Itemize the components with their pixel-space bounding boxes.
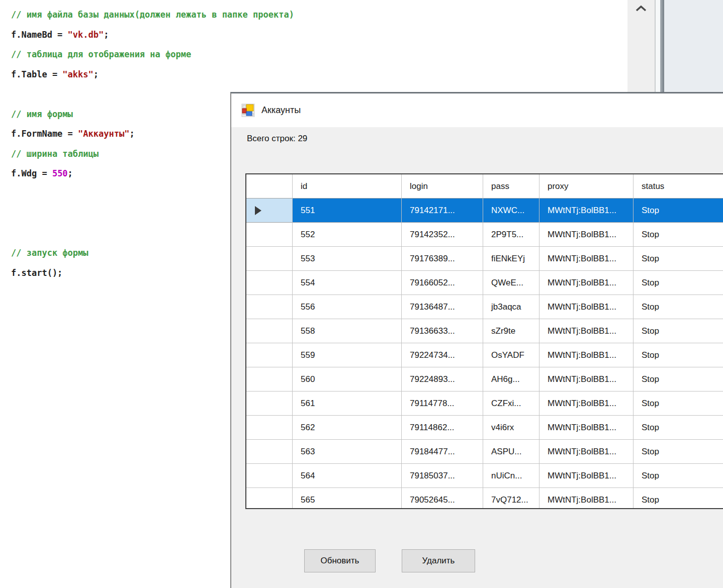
row-header-cell[interactable]	[246, 199, 293, 223]
row-header-cell[interactable]	[246, 247, 293, 271]
table-cell-login[interactable]: 79166052...	[402, 271, 483, 295]
table-cell-status[interactable]: Stop	[634, 271, 723, 295]
table-cell-login[interactable]: 79176389...	[402, 247, 483, 271]
table-row[interactable]: 55179142171...NXWC...MWtNTj:BolBB1...Sto…	[246, 199, 723, 223]
table-cell-proxy[interactable]: MWtNTj:BolBB1...	[539, 464, 634, 488]
column-header-pass[interactable]: pass	[483, 174, 539, 199]
table-cell-pass[interactable]: AH6g...	[483, 367, 539, 391]
column-header-proxy[interactable]: proxy	[539, 174, 634, 199]
table-cell-pass[interactable]: OsYADF	[483, 343, 539, 367]
delete-button[interactable]: Удалить	[402, 549, 475, 572]
table-cell-status[interactable]: Stop	[634, 440, 723, 464]
scroll-up-button[interactable]	[627, 2, 655, 15]
table-cell-login[interactable]: 79114778...	[402, 391, 483, 416]
table-row[interactable]: 56379184477...ASPU...MWtNTj:BolBB1...Sto…	[246, 440, 723, 464]
table-cell-status[interactable]: Stop	[634, 416, 723, 440]
table-cell-status[interactable]: Stop	[634, 464, 723, 488]
table-cell-proxy[interactable]: MWtNTj:BolBB1...	[539, 319, 634, 343]
table-cell-proxy[interactable]: MWtNTj:BolBB1...	[539, 488, 634, 509]
table-row[interactable]: 55979224734...OsYADFMWtNTj:BolBB1...Stop	[246, 343, 723, 367]
table-cell-status[interactable]: Stop	[634, 391, 723, 416]
table-cell-pass[interactable]: CZFxi...	[483, 391, 539, 416]
table-cell-status[interactable]: Stop	[634, 247, 723, 271]
table-row[interactable]: 55279142352...2P9T5...MWtNTj:BolBB1...St…	[246, 223, 723, 247]
table-cell-proxy[interactable]: MWtNTj:BolBB1...	[539, 440, 634, 464]
table-cell-login[interactable]: 79185037...	[402, 464, 483, 488]
table-cell-status[interactable]: Stop	[634, 367, 723, 391]
table-cell-login[interactable]: 79136633...	[402, 319, 483, 343]
table-row[interactable]: 56479185037...nUiCn...MWtNTj:BolBB1...St…	[246, 464, 723, 488]
table-cell-pass[interactable]: NXWC...	[483, 199, 539, 223]
table-cell-status[interactable]: Stop	[634, 488, 723, 509]
table-cell-login[interactable]: 79052645...	[402, 488, 483, 509]
row-header-cell[interactable]	[246, 440, 293, 464]
column-header-status[interactable]: status	[634, 174, 723, 199]
table-cell-status[interactable]: Stop	[634, 295, 723, 319]
row-header-cell[interactable]	[246, 319, 293, 343]
table-row[interactable]: 55879136633...sZr9teMWtNTj:BolBB1...Stop	[246, 319, 723, 343]
table-cell-proxy[interactable]: MWtNTj:BolBB1...	[539, 295, 634, 319]
column-header-id[interactable]: id	[293, 174, 402, 199]
table-cell-proxy[interactable]: MWtNTj:BolBB1...	[539, 343, 634, 367]
table-cell-id[interactable]: 563	[293, 440, 402, 464]
table-cell-id[interactable]: 551	[293, 199, 402, 223]
table-row[interactable]: 56579052645...7vQ712...MWtNTj:BolBB1...S…	[246, 488, 723, 509]
table-cell-login[interactable]: 79142352...	[402, 223, 483, 247]
table-cell-id[interactable]: 558	[293, 319, 402, 343]
table-cell-id[interactable]: 553	[293, 247, 402, 271]
table-cell-pass[interactable]: nUiCn...	[483, 464, 539, 488]
table-cell-proxy[interactable]: MWtNTj:BolBB1...	[539, 391, 634, 416]
table-cell-login[interactable]: 79136487...	[402, 295, 483, 319]
table-cell-pass[interactable]: ASPU...	[483, 440, 539, 464]
table-cell-status[interactable]: Stop	[634, 199, 723, 223]
table-cell-status[interactable]: Stop	[634, 343, 723, 367]
table-cell-id[interactable]: 561	[293, 391, 402, 416]
row-header-cell[interactable]	[246, 223, 293, 247]
table-cell-proxy[interactable]: MWtNTj:BolBB1...	[539, 271, 634, 295]
table-cell-proxy[interactable]: MWtNTj:BolBB1...	[539, 223, 634, 247]
table-cell-login[interactable]: 79142171...	[402, 199, 483, 223]
table-cell-status[interactable]: Stop	[634, 223, 723, 247]
table-cell-proxy[interactable]: MWtNTj:BolBB1...	[539, 416, 634, 440]
row-header-cell[interactable]	[246, 416, 293, 440]
table-cell-id[interactable]: 552	[293, 223, 402, 247]
table-cell-id[interactable]: 559	[293, 343, 402, 367]
row-header-cell[interactable]	[246, 367, 293, 391]
accounts-table[interactable]: idloginpassproxystatus55179142171...NXWC…	[245, 173, 723, 509]
table-cell-proxy[interactable]: MWtNTj:BolBB1...	[539, 247, 634, 271]
table-row[interactable]: 55479166052...QWeE...MWtNTj:BolBB1...Sto…	[246, 271, 723, 295]
column-header-login[interactable]: login	[402, 174, 483, 199]
table-cell-pass[interactable]: v4i6rx	[483, 416, 539, 440]
table-cell-id[interactable]: 560	[293, 367, 402, 391]
table-cell-pass[interactable]: 2P9T5...	[483, 223, 539, 247]
table-cell-proxy[interactable]: MWtNTj:BolBB1...	[539, 199, 634, 223]
table-cell-pass[interactable]: jb3aqca	[483, 295, 539, 319]
table-cell-proxy[interactable]: MWtNTj:BolBB1...	[539, 367, 634, 391]
table-row[interactable]: 55379176389...fiENkEYjMWtNTj:BolBB1...St…	[246, 247, 723, 271]
table-cell-pass[interactable]: 7vQ712...	[483, 488, 539, 509]
dialog-titlebar[interactable]: Аккаунты	[231, 93, 723, 127]
table-cell-login[interactable]: 79184477...	[402, 440, 483, 464]
table-cell-pass[interactable]: sZr9te	[483, 319, 539, 343]
table-row[interactable]: 55679136487...jb3aqcaMWtNTj:BolBB1...Sto…	[246, 295, 723, 319]
row-header-cell[interactable]	[246, 271, 293, 295]
table-cell-id[interactable]: 565	[293, 488, 402, 509]
row-header-cell[interactable]	[246, 343, 293, 367]
panel-splitter[interactable]	[660, 0, 664, 92]
row-header-cell[interactable]	[246, 464, 293, 488]
table-cell-id[interactable]: 556	[293, 295, 402, 319]
table-cell-login[interactable]: 79224893...	[402, 367, 483, 391]
table-row[interactable]: 56179114778...CZFxi...MWtNTj:BolBB1...St…	[246, 391, 723, 416]
table-cell-id[interactable]: 564	[293, 464, 402, 488]
table-cell-status[interactable]: Stop	[634, 319, 723, 343]
table-cell-login[interactable]: 79114862...	[402, 416, 483, 440]
table-row[interactable]: 56279114862...v4i6rxMWtNTj:BolBB1...Stop	[246, 416, 723, 440]
table-cell-pass[interactable]: QWeE...	[483, 271, 539, 295]
table-cell-id[interactable]: 554	[293, 271, 402, 295]
table-corner-cell[interactable]	[246, 174, 293, 199]
table-cell-login[interactable]: 79224734...	[402, 343, 483, 367]
row-header-cell[interactable]	[246, 391, 293, 416]
editor-scrollbar[interactable]	[627, 0, 655, 92]
table-cell-pass[interactable]: fiENkEYj	[483, 247, 539, 271]
refresh-button[interactable]: Обновить	[304, 549, 376, 572]
